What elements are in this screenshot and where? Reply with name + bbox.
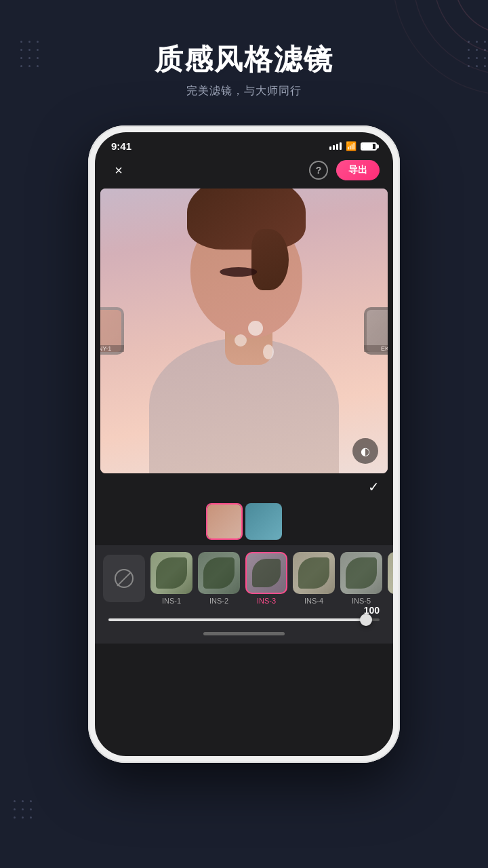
filter-none-button[interactable] <box>103 555 145 602</box>
filter-item-ins3[interactable]: INS-3 <box>245 552 287 605</box>
photo-thumb-1[interactable] <box>206 503 243 540</box>
filter-section: INS-1 INS-2 INS-3 <box>95 545 393 610</box>
filter-item-ins2[interactable]: INS-2 <box>198 552 240 605</box>
filter-item-ins6[interactable]: INS-6 <box>388 552 393 605</box>
compare-button[interactable]: ◐ <box>352 438 378 464</box>
slider-fill <box>108 618 366 621</box>
status-bar: 9:41 📶 <box>95 132 393 156</box>
photo-thumb-2[interactable] <box>245 503 282 540</box>
export-button[interactable]: 导出 <box>336 160 380 180</box>
slider-area: 100 <box>95 610 393 627</box>
filter-row: INS-1 INS-2 INS-3 <box>95 552 393 605</box>
checkmark-bar: ✓ <box>95 473 393 500</box>
top-right-controls: ? 导出 <box>309 160 380 180</box>
wifi-icon: 📶 <box>346 141 357 151</box>
filter-label-ins2: INS-2 <box>209 597 228 605</box>
status-icons: 📶 <box>329 141 377 151</box>
filter-item-ins5[interactable]: INS-5 <box>340 552 382 605</box>
slider-thumb[interactable] <box>360 614 372 626</box>
filter-item-ins1[interactable]: INS-1 <box>150 552 192 605</box>
close-button[interactable]: × <box>108 160 129 180</box>
help-button[interactable]: ? <box>309 161 328 180</box>
compare-icon: ◐ <box>361 445 370 458</box>
no-filter-icon <box>115 569 134 588</box>
photo-strip <box>95 500 393 545</box>
main-image: ◐ SONY-1 EK-3 <box>100 189 388 473</box>
home-indicator <box>203 632 285 635</box>
signal-icon <box>329 142 342 150</box>
filter-label-ins1: INS-1 <box>162 597 181 605</box>
filter-item-ins4[interactable]: INS-4 <box>293 552 335 605</box>
battery-icon <box>361 142 377 151</box>
top-bar: × ? 导出 <box>95 156 393 189</box>
sub-title: 完美滤镜，与大师同行 <box>0 84 488 98</box>
filter-label-ins3: INS-3 <box>257 597 276 605</box>
phone-mockup: 9:41 📶 × ? 导出 <box>88 125 400 763</box>
main-title: 质感风格滤镜 <box>0 41 488 79</box>
svg-point-0 <box>454 0 488 34</box>
phone-inner: 9:41 📶 × ? 导出 <box>95 132 393 756</box>
checkmark-icon[interactable]: ✓ <box>368 479 380 495</box>
header-section: 质感风格滤镜 完美滤镜，与大师同行 <box>0 41 488 98</box>
home-bar <box>95 627 393 644</box>
side-thumb-right: EK-3 <box>364 307 388 355</box>
slider-track[interactable] <box>108 618 380 621</box>
filter-label-ins4: INS-4 <box>304 597 323 605</box>
filter-label-ins5: INS-5 <box>352 597 371 605</box>
side-thumb-left: SONY-1 <box>100 307 124 355</box>
time-display: 9:41 <box>111 140 131 152</box>
